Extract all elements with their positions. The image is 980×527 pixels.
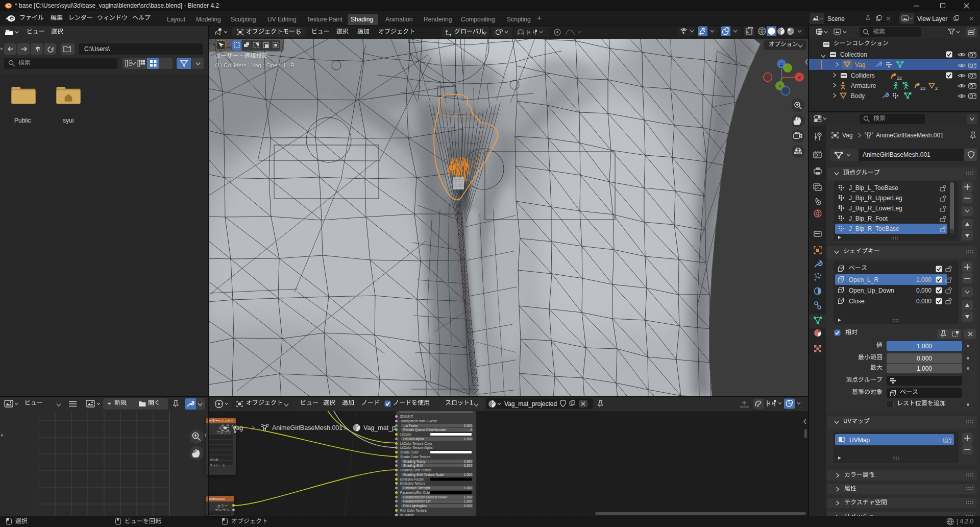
svg-text:2: 2	[935, 86, 938, 90]
svg-text:Z: Z	[780, 62, 783, 67]
svg-text:Y: Y	[778, 84, 781, 89]
svg-text:23: 23	[920, 86, 925, 90]
svg-text:22: 22	[897, 76, 902, 80]
svg-text:X: X	[798, 75, 801, 80]
